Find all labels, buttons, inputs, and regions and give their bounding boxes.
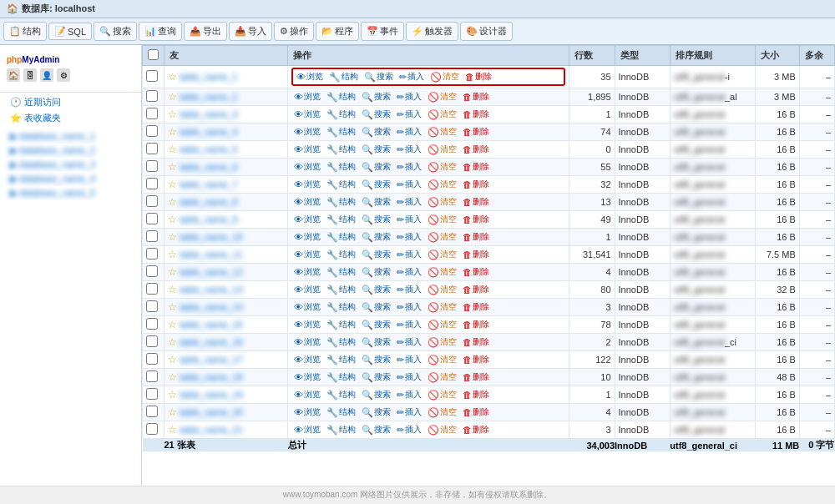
sidebar-item-2[interactable]: ▶ database_name_2 <box>0 144 141 158</box>
insert-btn[interactable]: ✏插入 <box>394 300 424 314</box>
drop-btn[interactable]: 🗑删除 <box>460 335 492 349</box>
browse-btn[interactable]: 👁浏览 <box>291 248 323 261</box>
empty-btn[interactable]: 🚫清空 <box>425 90 459 103</box>
insert-btn[interactable]: ✏插入 <box>394 143 424 156</box>
row-checkbox[interactable] <box>146 143 158 154</box>
table-name-link[interactable]: table_name_5 <box>180 144 263 154</box>
browse-btn[interactable]: 👁浏览 <box>291 125 323 139</box>
insert-btn[interactable]: ✏插入 <box>394 335 424 349</box>
toolbar-import[interactable]: 📥 导入 <box>229 22 272 41</box>
search-btn[interactable]: 🔍搜索 <box>359 213 393 226</box>
table-name-link[interactable]: table_name_21 <box>180 425 263 435</box>
toolbar-operation[interactable]: ⚙ 操作 <box>274 22 314 41</box>
table-name-link[interactable]: table_name_1 <box>180 72 263 82</box>
drop-btn[interactable]: 🗑删除 <box>463 70 494 83</box>
browse-btn[interactable]: 👁浏览 <box>291 108 323 121</box>
insert-btn[interactable]: ✏插入 <box>394 248 424 261</box>
star-icon[interactable]: ☆ <box>168 144 177 155</box>
table-name-link[interactable]: table_name_10 <box>180 232 263 242</box>
toolbar-query[interactable]: 📊 查询 <box>139 22 182 41</box>
empty-btn[interactable]: 🚫清空 <box>425 388 459 401</box>
insert-btn[interactable]: ✏插入 <box>394 353 424 366</box>
browse-btn[interactable]: 👁浏览 <box>291 406 323 419</box>
drop-btn[interactable]: 🗑删除 <box>460 230 492 244</box>
structure-btn[interactable]: 🔧结构 <box>324 143 358 156</box>
row-checkbox[interactable] <box>146 108 158 119</box>
search-btn[interactable]: 🔍搜索 <box>359 265 393 279</box>
star-icon[interactable]: ☆ <box>168 71 177 83</box>
insert-btn[interactable]: ✏插入 <box>394 178 424 191</box>
select-all-checkbox[interactable] <box>148 49 159 60</box>
drop-btn[interactable]: 🗑删除 <box>460 388 492 401</box>
row-checkbox[interactable] <box>146 160 158 172</box>
empty-btn[interactable]: 🚫清空 <box>425 195 459 209</box>
star-icon[interactable]: ☆ <box>168 179 177 190</box>
search-btn[interactable]: 🔍搜索 <box>359 283 393 296</box>
table-name-link[interactable]: table_name_3 <box>180 109 263 119</box>
table-name-link[interactable]: table_name_7 <box>180 179 263 189</box>
structure-btn[interactable]: 🔧结构 <box>324 230 358 244</box>
browse-btn[interactable]: 👁浏览 <box>291 283 323 296</box>
browse-btn[interactable]: 👁浏览 <box>291 318 323 331</box>
recent-link[interactable]: 🕐 近期访问 <box>3 94 138 110</box>
browse-btn[interactable]: 👁浏览 <box>294 70 326 83</box>
row-checkbox[interactable] <box>146 213 158 224</box>
search-btn[interactable]: 🔍搜索 <box>359 388 393 401</box>
structure-btn[interactable]: 🔧结构 <box>324 195 358 209</box>
structure-btn[interactable]: 🔧结构 <box>324 388 358 401</box>
star-icon[interactable]: ☆ <box>168 389 177 401</box>
toolbar-events[interactable]: 📅 事件 <box>361 22 404 41</box>
table-name-link[interactable]: table_name_4 <box>180 127 263 137</box>
browse-btn[interactable]: 👁浏览 <box>291 265 323 279</box>
browse-btn[interactable]: 👁浏览 <box>291 213 323 226</box>
star-icon[interactable]: ☆ <box>168 354 177 365</box>
structure-btn[interactable]: 🔧结构 <box>324 406 358 419</box>
drop-btn[interactable]: 🗑删除 <box>460 213 492 226</box>
star-icon[interactable]: ☆ <box>168 266 177 278</box>
empty-btn[interactable]: 🚫清空 <box>428 70 462 83</box>
star-icon[interactable]: ☆ <box>168 161 177 173</box>
empty-btn[interactable]: 🚫清空 <box>425 406 459 419</box>
drop-btn[interactable]: 🗑删除 <box>460 195 492 209</box>
search-btn[interactable]: 🔍搜索 <box>359 90 393 103</box>
browse-btn[interactable]: 👁浏览 <box>291 370 323 384</box>
table-name-link[interactable]: table_name_15 <box>180 320 263 330</box>
insert-btn[interactable]: ✏插入 <box>394 370 424 384</box>
structure-btn[interactable]: 🔧结构 <box>324 335 358 349</box>
toolbar-sql[interactable]: 📝 SQL <box>48 23 92 40</box>
star-icon[interactable]: ☆ <box>168 301 177 313</box>
browse-btn[interactable]: 👁浏览 <box>291 160 323 174</box>
empty-btn[interactable]: 🚫清空 <box>425 353 459 366</box>
star-icon[interactable]: ☆ <box>168 249 177 260</box>
search-btn[interactable]: 🔍搜索 <box>362 70 396 83</box>
home-nav-icon[interactable]: 🏠 <box>7 68 20 82</box>
empty-btn[interactable]: 🚫清空 <box>425 283 459 296</box>
empty-btn[interactable]: 🚫清空 <box>425 143 459 156</box>
insert-btn[interactable]: ✏插入 <box>394 388 424 401</box>
insert-btn[interactable]: ✏插入 <box>394 318 424 331</box>
insert-btn[interactable]: ✏插入 <box>394 160 424 174</box>
sidebar-item-5[interactable]: ▶ database_name_5 <box>0 186 141 200</box>
search-btn[interactable]: 🔍搜索 <box>359 160 393 174</box>
row-checkbox[interactable] <box>146 125 158 137</box>
insert-btn[interactable]: ✏插入 <box>394 230 424 244</box>
star-icon[interactable]: ☆ <box>168 214 177 225</box>
empty-btn[interactable]: 🚫清空 <box>425 230 459 244</box>
search-btn[interactable]: 🔍搜索 <box>359 406 393 419</box>
search-btn[interactable]: 🔍搜索 <box>359 108 393 121</box>
toolbar-structure[interactable]: 📋 结构 <box>3 22 47 41</box>
empty-btn[interactable]: 🚫清空 <box>425 213 459 226</box>
star-icon[interactable]: ☆ <box>168 319 177 330</box>
star-icon[interactable]: ☆ <box>168 371 177 383</box>
empty-btn[interactable]: 🚫清空 <box>425 125 459 139</box>
table-name-link[interactable]: table_name_14 <box>180 302 263 312</box>
sidebar-item-4[interactable]: ▶ database_name_4 <box>0 172 141 186</box>
drop-btn[interactable]: 🗑删除 <box>460 125 492 139</box>
structure-btn[interactable]: 🔧结构 <box>324 300 358 314</box>
table-name-link[interactable]: table_name_17 <box>180 355 263 365</box>
toolbar-procedures[interactable]: 📂 程序 <box>316 22 359 41</box>
drop-btn[interactable]: 🗑删除 <box>460 423 492 436</box>
insert-btn[interactable]: ✏插入 <box>397 70 427 83</box>
row-checkbox[interactable] <box>146 353 158 365</box>
table-name-link[interactable]: table_name_12 <box>180 267 263 277</box>
